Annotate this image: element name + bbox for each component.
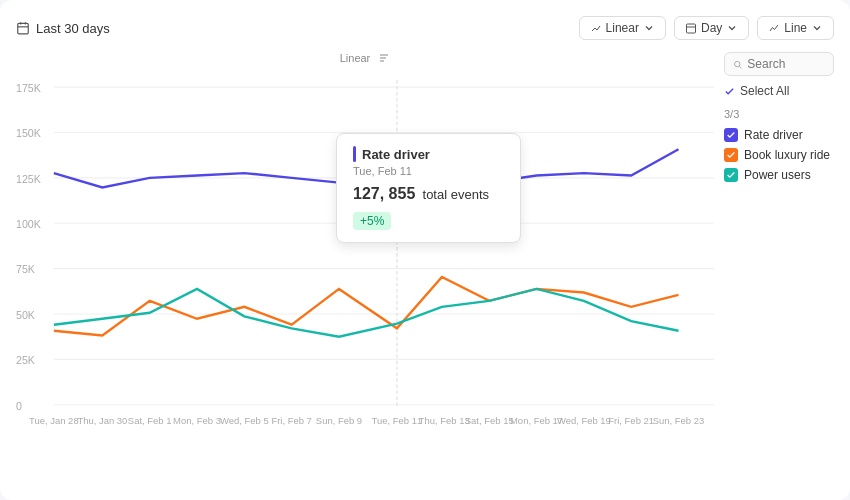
date-range-text: Last 30 days <box>36 21 110 36</box>
checkmark-icon <box>724 86 735 97</box>
calendar-small-icon <box>685 22 697 34</box>
header: Last 30 days Linear Day Line <box>16 16 834 40</box>
count-label: 3/3 <box>724 108 834 120</box>
svg-text:150K: 150K <box>16 127 42 139</box>
legend-item-book-luxury[interactable]: Book luxury ride <box>724 148 834 162</box>
legend-label-power-users: Power users <box>744 168 811 182</box>
chart-area: Linear 175K 150K 125K 100K 75K 50K 25K 0 <box>16 52 714 498</box>
sidebar: Select All 3/3 Rate driver Book luxury r… <box>714 52 834 498</box>
header-controls: Linear Day Line <box>579 16 834 40</box>
legend-label-rate-driver: Rate driver <box>744 128 803 142</box>
line-button[interactable]: Line <box>757 16 834 40</box>
day-button[interactable]: Day <box>674 16 749 40</box>
search-input[interactable] <box>747 57 825 71</box>
svg-text:Sun, Feb 23: Sun, Feb 23 <box>653 415 705 426</box>
svg-text:0: 0 <box>16 399 22 411</box>
svg-rect-4 <box>686 24 695 33</box>
svg-text:Fri, Feb 21: Fri, Feb 21 <box>608 415 654 426</box>
svg-text:Thu, Feb 13: Thu, Feb 13 <box>419 415 470 426</box>
svg-text:Wed, Feb 19: Wed, Feb 19 <box>557 415 611 426</box>
chevron-down-icon3 <box>811 22 823 34</box>
calendar-icon <box>16 21 30 35</box>
svg-text:Wed, Feb 5: Wed, Feb 5 <box>220 415 269 426</box>
svg-text:Tue, Feb 11: Tue, Feb 11 <box>372 415 423 426</box>
search-icon <box>733 59 742 70</box>
linear-chart-label: Linear <box>340 52 371 64</box>
main-container: Last 30 days Linear Day Line L <box>0 0 850 500</box>
legend-checkbox-blue <box>724 128 738 142</box>
legend-item-power-users[interactable]: Power users <box>724 168 834 182</box>
chevron-down-icon <box>643 22 655 34</box>
check-icon <box>726 130 736 140</box>
select-all-label: Select All <box>740 84 789 98</box>
svg-text:Mon, Feb 17: Mon, Feb 17 <box>510 415 563 426</box>
svg-text:Fri, Feb 7: Fri, Feb 7 <box>271 415 311 426</box>
svg-text:50K: 50K <box>16 309 36 321</box>
chevron-down-icon2 <box>726 22 738 34</box>
legend-items: Rate driver Book luxury ride Power users <box>724 128 834 182</box>
svg-text:75K: 75K <box>16 263 36 275</box>
svg-rect-0 <box>18 23 29 33</box>
search-box[interactable] <box>724 52 834 76</box>
svg-point-40 <box>735 61 740 66</box>
main-area: Linear 175K 150K 125K 100K 75K 50K 25K 0 <box>16 52 834 498</box>
check-icon2 <box>726 150 736 160</box>
date-range-label[interactable]: Last 30 days <box>16 21 110 36</box>
tooltip-dot <box>392 166 401 176</box>
svg-text:Tue, Jan 28: Tue, Jan 28 <box>29 415 79 426</box>
svg-line-41 <box>739 66 741 68</box>
legend-checkbox-teal <box>724 168 738 182</box>
svg-text:Sun, Feb 9: Sun, Feb 9 <box>316 415 362 426</box>
line-chart-icon <box>768 22 780 34</box>
legend-checkbox-orange <box>724 148 738 162</box>
linear-button[interactable]: Linear <box>579 16 666 40</box>
svg-text:125K: 125K <box>16 173 42 185</box>
svg-text:25K: 25K <box>16 354 36 366</box>
svg-text:175K: 175K <box>16 82 42 94</box>
check-icon3 <box>726 170 736 180</box>
chart-wrapper: 175K 150K 125K 100K 75K 50K 25K 0 <box>16 68 714 498</box>
svg-text:Thu, Jan 30: Thu, Jan 30 <box>77 415 127 426</box>
sort-icon <box>378 52 390 64</box>
linear-icon <box>590 22 602 34</box>
svg-text:Sat, Feb 15: Sat, Feb 15 <box>465 415 514 426</box>
svg-text:Sat, Feb 1: Sat, Feb 1 <box>128 415 172 426</box>
chart-label-row: Linear <box>16 52 714 64</box>
select-all-row[interactable]: Select All <box>724 84 834 98</box>
legend-label-book-luxury: Book luxury ride <box>744 148 830 162</box>
svg-text:Mon, Feb 3: Mon, Feb 3 <box>173 415 221 426</box>
legend-item-rate-driver[interactable]: Rate driver <box>724 128 834 142</box>
main-chart: 175K 150K 125K 100K 75K 50K 25K 0 <box>16 68 714 498</box>
svg-text:100K: 100K <box>16 218 42 230</box>
